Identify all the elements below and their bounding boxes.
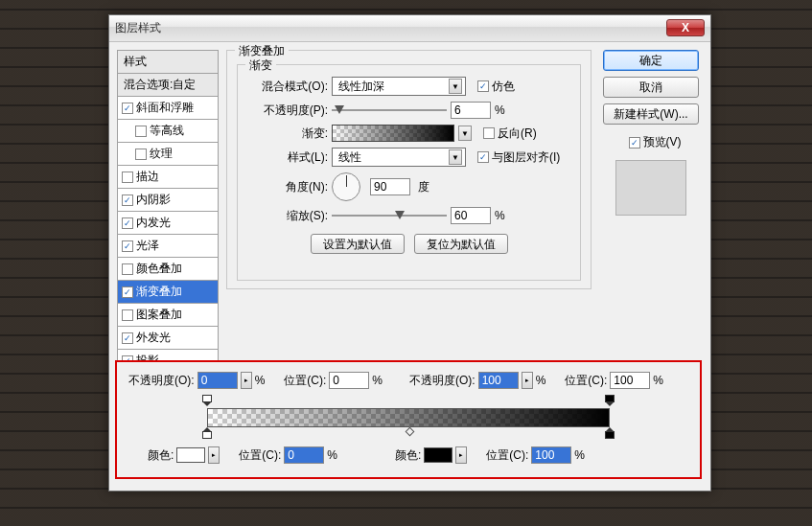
- style-item-label: 等高线: [150, 123, 184, 139]
- checkbox-icon[interactable]: [135, 149, 147, 160]
- ok-button[interactable]: 确定: [603, 50, 699, 71]
- spinner-icon[interactable]: ▸: [208, 446, 220, 464]
- opacity-stop-right[interactable]: [605, 395, 615, 406]
- posA-label: 位置(C):: [284, 373, 326, 389]
- reset-default-button[interactable]: 复位为默认值: [414, 234, 508, 254]
- checkbox-icon[interactable]: ✓: [122, 240, 133, 252]
- angle-label: 角度(N):: [247, 179, 328, 195]
- checkbox-icon[interactable]: [135, 126, 147, 137]
- close-icon: X: [682, 21, 689, 34]
- style-item-label: 图案叠加: [136, 307, 182, 323]
- style-item-0[interactable]: ✓斜面和浮雕: [117, 97, 219, 120]
- close-button[interactable]: X: [666, 19, 705, 36]
- angle-wheel[interactable]: [332, 172, 360, 201]
- colorB-swatch[interactable]: [424, 447, 452, 463]
- chevron-down-icon: ▼: [449, 149, 462, 165]
- spinner-icon[interactable]: ▸: [241, 372, 252, 389]
- colorB-label: 颜色:: [395, 447, 421, 464]
- styles-header[interactable]: 样式: [117, 50, 219, 74]
- posColA-label: 位置(C):: [239, 447, 281, 464]
- opacityA-label: 不透明度(O):: [128, 373, 195, 389]
- legend-inner: 渐变: [245, 57, 276, 74]
- scale-slider[interactable]: [332, 209, 447, 222]
- opacity-input[interactable]: [451, 102, 491, 119]
- posColB-label: 位置(C):: [486, 447, 528, 464]
- checkbox-icon[interactable]: ✓: [122, 286, 133, 298]
- style-item-label: 内发光: [136, 215, 171, 231]
- preview-checkbox[interactable]: ✓预览(V): [629, 134, 682, 150]
- blend-mode-label: 混合模式(O):: [247, 79, 328, 95]
- gradient-dropdown-icon[interactable]: ▼: [458, 126, 472, 141]
- checkbox-icon[interactable]: ✓: [122, 194, 133, 206]
- posA-input[interactable]: 0: [329, 372, 369, 389]
- colorA-swatch[interactable]: [176, 447, 205, 463]
- dither-checkbox[interactable]: ✓仿色: [477, 79, 515, 95]
- checkbox-icon[interactable]: [122, 172, 133, 183]
- style-item-label: 纹理: [150, 146, 173, 162]
- align-checkbox[interactable]: ✓与图层对齐(I): [477, 149, 560, 166]
- blend-options[interactable]: 混合选项:自定: [117, 74, 219, 97]
- gradient-overlay-fieldset: 渐变叠加 渐变 混合模式(O): 线性加深 ▼ ✓仿色 不透明度(P):: [226, 50, 592, 289]
- preview-swatch: [615, 160, 686, 216]
- posB-input[interactable]: 100: [610, 372, 650, 389]
- opacity-stop-left[interactable]: [202, 395, 212, 406]
- style-item-label: 斜面和浮雕: [136, 100, 194, 116]
- opacityA-input[interactable]: 0: [197, 372, 238, 389]
- style-item-2[interactable]: 纹理: [117, 143, 219, 166]
- scale-input[interactable]: [451, 207, 491, 224]
- opacityB-label: 不透明度(O):: [409, 373, 476, 389]
- style-item-8[interactable]: ✓渐变叠加: [117, 281, 219, 304]
- chevron-down-icon: ▼: [449, 79, 462, 94]
- spinner-icon[interactable]: ▸: [522, 372, 533, 389]
- checkbox-icon[interactable]: ✓: [122, 332, 133, 344]
- opacityB-input[interactable]: 100: [478, 372, 519, 389]
- checkbox-icon[interactable]: ✓: [122, 103, 133, 114]
- style-item-9[interactable]: 图案叠加: [117, 304, 219, 327]
- cancel-button[interactable]: 取消: [603, 77, 699, 98]
- new-style-button[interactable]: 新建样式(W)...: [603, 103, 699, 125]
- style-select[interactable]: 线性 ▼: [332, 148, 466, 167]
- window-title: 图层样式: [115, 20, 161, 36]
- posB-label: 位置(C):: [565, 373, 607, 389]
- style-item-1[interactable]: 等高线: [117, 120, 219, 143]
- gradient-editor-annotation: 不透明度(O): 0 ▸ % 位置(C): 0 % 不透明度(O): 100 ▸…: [115, 360, 702, 479]
- posColA-input[interactable]: 0: [284, 446, 324, 464]
- angle-input[interactable]: [370, 178, 410, 195]
- style-item-7[interactable]: 颜色叠加: [117, 258, 219, 281]
- opacity-label: 不透明度(P):: [247, 103, 328, 119]
- style-item-3[interactable]: 描边: [117, 166, 219, 189]
- checkbox-icon[interactable]: ✓: [122, 217, 133, 229]
- style-label: 样式(L):: [247, 149, 328, 166]
- midpoint-icon[interactable]: [406, 427, 415, 437]
- layer-style-dialog: 图层样式 X 样式 混合选项:自定 ✓斜面和浮雕等高线纹理描边✓内阴影✓内发光✓…: [108, 14, 711, 492]
- gradient-bar[interactable]: [207, 395, 610, 441]
- style-item-10[interactable]: ✓外发光: [117, 327, 219, 350]
- spinner-icon[interactable]: ▸: [455, 446, 467, 464]
- scale-label: 缩放(S):: [247, 208, 328, 224]
- checkbox-icon[interactable]: [122, 309, 133, 321]
- style-item-label: 颜色叠加: [136, 261, 182, 277]
- titlebar[interactable]: 图层样式 X: [109, 15, 710, 42]
- style-item-5[interactable]: ✓内发光: [117, 212, 219, 235]
- style-item-4[interactable]: ✓内阴影: [117, 189, 219, 212]
- reverse-checkbox[interactable]: 反向(R): [483, 126, 537, 142]
- make-default-button[interactable]: 设置为默认值: [311, 234, 405, 254]
- style-item-label: 内阴影: [136, 192, 171, 208]
- style-item-label: 渐变叠加: [136, 284, 182, 300]
- style-item-label: 描边: [136, 169, 159, 185]
- posColB-input[interactable]: 100: [531, 446, 571, 464]
- colorA-label: 颜色:: [148, 447, 174, 464]
- gradient-preview[interactable]: [332, 125, 454, 142]
- style-item-6[interactable]: ✓光泽: [117, 235, 219, 258]
- gradient-fieldset: 渐变 混合模式(O): 线性加深 ▼ ✓仿色 不透明度(P): %: [237, 64, 581, 281]
- color-stop-left[interactable]: [202, 427, 212, 439]
- style-item-label: 外发光: [136, 330, 171, 346]
- color-stop-right[interactable]: [605, 427, 615, 439]
- blend-mode-select[interactable]: 线性加深 ▼: [332, 77, 466, 96]
- gradient-label: 渐变:: [247, 126, 328, 142]
- style-item-label: 光泽: [136, 238, 159, 254]
- opacity-slider[interactable]: [332, 103, 447, 117]
- checkbox-icon[interactable]: [122, 263, 133, 275]
